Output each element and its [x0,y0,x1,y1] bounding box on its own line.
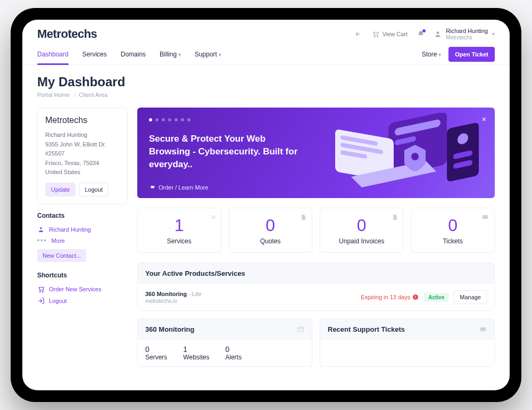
account-unit: #25507 [45,149,120,159]
stat-quotes[interactable]: 0 Quotes [229,208,313,253]
account-card: Metrotechs Richard Hunting 9355 John W. … [37,108,128,204]
quotes-icon [300,214,306,221]
stat-services[interactable]: ≡ 1 Services [137,208,221,253]
product-host: metrotechs.io [145,298,202,304]
notifications-icon[interactable] [417,30,425,38]
expiring-label: Expiring in 13 days [361,294,419,300]
account-country: United States [45,168,120,177]
monitoring-heading: 360 Monitoring [145,325,194,333]
stat-tickets[interactable]: 0 Tickets [411,208,495,253]
update-button[interactable]: Update [45,183,76,196]
nav-services[interactable]: Services [82,44,107,64]
svg-point-4 [39,291,40,292]
tickets-heading: Recent Support Tickets [328,325,405,333]
svg-point-3 [40,227,42,229]
services-icon: ≡ [211,214,215,221]
tickets-icon [479,326,487,333]
nav-domains[interactable]: Domains [121,44,146,64]
nav-dashboard[interactable]: Dashboard [37,44,69,64]
shortcut-logout[interactable]: Logout [37,295,128,307]
promo-banner[interactable]: × Secure & Protect Your Web Browsing - C… [137,108,495,198]
screen: Metrotechs View Cart Richard Hunting Met… [22,20,510,390]
active-products-panel: Your Active Products/Services 360 Monito… [137,263,495,311]
open-ticket-button[interactable]: Open Ticket [448,47,495,62]
product-name[interactable]: 360 Monitoring [145,291,187,297]
contact-primary[interactable]: Richard Hunting [37,224,128,235]
crumb-home[interactable]: Portal Home [37,92,70,98]
svg-point-0 [374,36,375,37]
account-street: 9355 John W. Elliott Dr. [45,140,120,150]
nav-store[interactable]: Store [422,51,441,58]
share-icon[interactable] [355,30,362,38]
crumb-current: Client Area [79,92,107,98]
svg-point-1 [377,36,378,37]
user-name: Richard Hunting [446,28,488,34]
monitoring-icon [297,326,304,333]
shortcut-order[interactable]: Order New Services [37,283,128,295]
status-badge: Active [424,293,448,302]
product-plan: - Lite [187,291,202,297]
nav-support[interactable]: Support [195,44,221,64]
warning-icon [412,294,419,300]
chevron-down-icon: ▾ [492,31,495,37]
breadcrumb: Portal Home / Client Area [37,92,495,98]
user-menu[interactable]: Richard Hunting Metrotechs ▾ [434,28,495,40]
brand-logo[interactable]: Metrotechs [37,27,97,41]
account-city: Frisco, Texas, 75034 [45,159,120,168]
tablet-frame: Metrotechs View Cart Richard Hunting Met… [11,8,521,402]
shortcuts-heading: Shortcuts [37,272,128,279]
contacts-more[interactable]: ••• More [37,235,128,246]
product-row: 360 Monitoring - Lite metrotechs.io Expi… [138,284,494,310]
stat-invoices[interactable]: 0 Unpaid Invoices [320,208,404,253]
new-contact-button[interactable]: New Contact... [37,249,86,262]
tickets-icon [481,214,489,221]
invoices-icon [392,214,398,221]
svg-point-18 [411,153,419,160]
active-products-heading: Your Active Products/Services [145,269,245,277]
account-name: Richard Hunting [45,130,120,140]
svg-point-2 [437,31,439,34]
view-cart-link[interactable]: View Cart [372,30,408,38]
svg-point-5 [43,291,44,292]
contacts-heading: Contacts [37,212,128,219]
banner-title: Secure & Protect Your Web Browsing - Cyb… [149,133,309,170]
svg-rect-22 [298,327,304,331]
manage-button[interactable]: Manage [454,290,487,304]
nav-billing[interactable]: Billing [160,44,181,64]
page-title: My Dashboard [37,75,495,89]
logout-button[interactable]: Logout [79,183,109,196]
svg-rect-21 [415,298,416,299]
user-org: Metrotechs [446,35,488,40]
svg-rect-13 [447,122,479,182]
banner-illustration [314,113,484,198]
account-company: Metrotechs [45,116,120,125]
view-cart-label: View Cart [383,31,408,37]
tickets-panel: Recent Support Tickets [320,318,495,367]
monitoring-panel: 360 Monitoring 0Servers 1Websites 0Alert… [137,318,312,367]
svg-rect-20 [415,296,416,298]
